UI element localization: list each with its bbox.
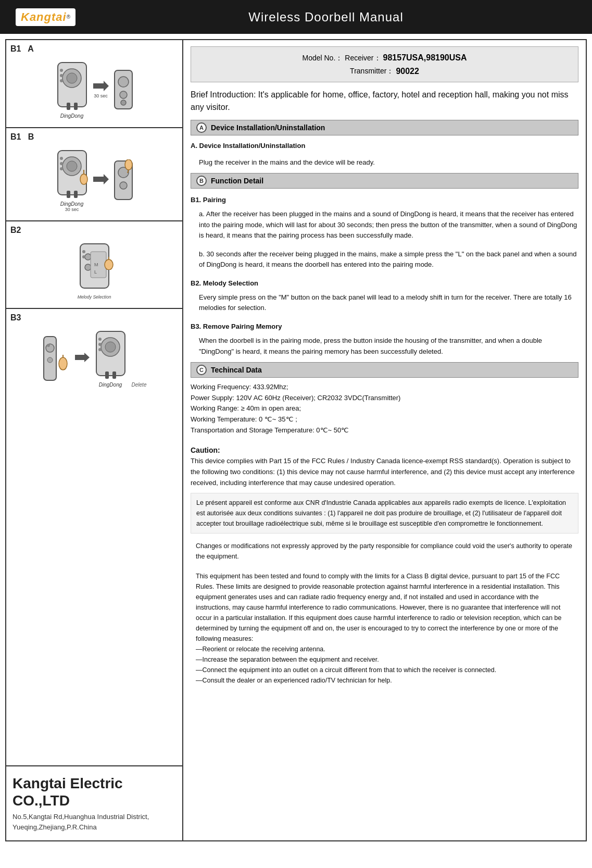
transmitter-svg <box>113 69 134 110</box>
timer-label: 30 sec <box>94 93 108 98</box>
logo-box: Kangtai ® <box>16 8 75 26</box>
svg-point-27 <box>125 159 132 170</box>
section-a-header: A Device Installation/Uninstallation <box>191 120 578 135</box>
diagram-b3: B3 <box>6 309 182 766</box>
b1b-label: B1 B <box>10 132 178 142</box>
svg-point-11 <box>120 91 127 98</box>
hand-b2-svg <box>104 257 114 270</box>
model-transmitter-label: Transmitter： <box>350 65 394 77</box>
b1-body2: b. 30 seconds after the receiver being p… <box>191 248 578 271</box>
tech-line-1: Power Supply: 120V AC 60Hz (Receiver); C… <box>191 393 578 404</box>
b2-body: Every simple press on the "M" button on … <box>191 291 578 314</box>
logo-text: Kangtai <box>21 10 67 24</box>
svg-point-41 <box>47 357 53 363</box>
model-transmitter-value: 90022 <box>396 65 419 78</box>
fcc-measure-3: —Consult the dealer or an experienced ra… <box>196 677 392 684</box>
company-footer: Kangtai Electric CO.,LTD No.5,Kangtai Rd… <box>6 766 182 840</box>
svg-rect-3 <box>67 103 70 110</box>
dingdong-label-b: DingDong <box>60 201 83 207</box>
svg-point-33 <box>82 255 85 258</box>
tech-line-3: Working Temperature: 0 ℃~ 35℃ ; <box>191 414 578 425</box>
tech-data-block: Working Frequency: 433.92Mhz; Power Supp… <box>191 382 578 436</box>
svg-text:M: M <box>94 262 98 267</box>
fcc-measure-2: —Connect the equipment into an outlet on… <box>196 666 496 674</box>
fcc-class-b-text: This equipment has been tested and found… <box>196 573 561 642</box>
svg-rect-50 <box>112 371 116 379</box>
timer-label-b: 30 sec <box>65 207 79 212</box>
svg-point-21 <box>80 174 87 184</box>
svg-rect-4 <box>74 103 78 110</box>
svg-point-42 <box>47 344 50 347</box>
fcc-french: Le présent appareil est conforme aux CNR… <box>191 493 578 534</box>
section-c-circle: C <box>196 365 207 375</box>
arrow-b3 <box>75 353 90 364</box>
transmitter-b1b-svg <box>113 159 134 201</box>
section-a-circle: A <box>196 122 207 133</box>
header: Kangtai ® Wireless Doorbell Manual <box>0 0 592 34</box>
b2-label: B2 <box>10 226 178 235</box>
b3-diagram-row: DingDong Delete <box>10 325 178 392</box>
svg-point-18 <box>60 157 63 160</box>
b3-receiver-svg <box>94 329 128 381</box>
transmitter-area <box>113 69 134 110</box>
section-a-body: Plug the receiver in the mains and the d… <box>191 156 578 169</box>
company-address2: Yueqing,Zhejiang,P.R.China <box>12 822 176 833</box>
dingdong-label-a: DingDong <box>60 113 83 119</box>
b1b-diagram-row: DingDong 30 sec <box>10 144 178 216</box>
svg-point-53 <box>98 348 102 351</box>
fcc-class-b: This equipment has been tested and found… <box>191 569 578 688</box>
svg-point-26 <box>120 182 127 189</box>
b1-body1: a. After the receiver has been plugged i… <box>191 208 578 241</box>
svg-point-51 <box>98 338 102 341</box>
svg-point-52 <box>98 343 102 346</box>
logo-area: Kangtai ® <box>16 8 75 26</box>
svg-point-10 <box>118 77 129 87</box>
b2-diagram-row: M L Melody Selection <box>10 237 178 304</box>
fcc-measure-1: —Increase the separation between the equ… <box>196 656 379 663</box>
diagram-b1b: B1 B <box>6 128 182 221</box>
main-content: B1 A <box>0 34 592 847</box>
section-b-circle: B <box>196 176 207 186</box>
svg-point-37 <box>105 259 113 270</box>
b3-title: B3. Remove Pairing Memory <box>191 323 578 330</box>
fcc-changes: Changes or modifications not expressly a… <box>191 538 578 565</box>
svg-point-31 <box>85 264 91 270</box>
caution-body: This device complies with Part 15 of the… <box>191 456 578 488</box>
section-b-header: B Function Detail <box>191 173 578 189</box>
b1a-label: B1 A <box>10 44 178 54</box>
svg-marker-23 <box>93 174 109 184</box>
diagram-b2: B2 M L <box>6 221 182 309</box>
delete-label: Delete <box>132 382 147 388</box>
diagram-b1a: B1 A <box>6 40 182 128</box>
section-a-header-text: Device Installation/Uninstallation <box>211 123 325 132</box>
svg-point-48 <box>105 342 116 352</box>
svg-rect-16 <box>67 191 70 198</box>
tech-line-2: Working Range: ≥ 40m in open area; <box>191 403 578 414</box>
section-c-header-text: Techincal Data <box>211 366 262 374</box>
left-panel: B1 A <box>5 39 182 841</box>
b3-transmitter <box>42 335 71 382</box>
svg-marker-45 <box>75 353 90 362</box>
model-line-2: Transmitter： 90022 <box>198 65 571 78</box>
model-prefix: Model No.： <box>302 52 343 64</box>
model-line-1: Model No.： Receiver： 98157USA,98190USA <box>198 51 571 65</box>
right-panel: Model No.： Receiver： 98157USA,98190USA T… <box>182 39 587 841</box>
section-a-title: A. Device Installation/Uninstallation <box>191 140 578 152</box>
arrow-area-b <box>93 174 109 187</box>
svg-point-7 <box>60 79 63 82</box>
svg-point-2 <box>67 73 77 83</box>
receiver-b1b-svg <box>55 148 89 200</box>
model-box: Model No.： Receiver： 98157USA,98190USA T… <box>191 46 578 82</box>
svg-rect-17 <box>74 191 78 198</box>
fcc-measure-0: —Reorient or relocate the receiving ante… <box>196 646 325 653</box>
arrow-right-svg <box>93 81 109 91</box>
company-name: Kangtai Electric CO.,LTD <box>12 775 176 810</box>
b2-receiver: M L Melody Selection <box>78 241 111 300</box>
tech-line-0: Working Frequency: 433.92Mhz; <box>191 382 578 393</box>
brief-intro: Brief Introduction: It's applicable for … <box>191 86 578 116</box>
svg-text:L: L <box>94 269 97 275</box>
svg-point-20 <box>60 167 63 170</box>
b3-transmitter-svg <box>42 335 71 382</box>
arrow-b3-svg <box>75 353 90 362</box>
caution-title: Caution: <box>191 444 578 456</box>
